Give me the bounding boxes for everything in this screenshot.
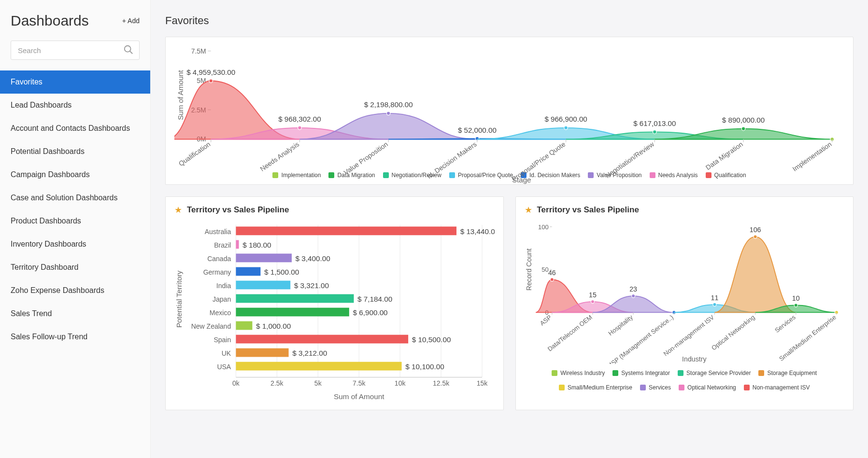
svg-text:Implementation: Implementation (791, 140, 833, 172)
svg-text:New Zealand: New Zealand (191, 322, 231, 330)
svg-text:Services: Services (773, 313, 797, 334)
add-dashboard-button[interactable]: + Add (122, 17, 140, 25)
svg-text:Spain: Spain (213, 336, 231, 344)
svg-point-12 (209, 79, 213, 83)
sidebar-nav: FavoritesLead DashboardsAccount and Cont… (0, 70, 150, 348)
svg-text:10k: 10k (395, 379, 406, 387)
svg-text:Id. Decision Makers: Id. Decision Makers (426, 140, 478, 180)
svg-text:$ 968,302.00: $ 968,302.00 (278, 115, 321, 123)
svg-text:Japan: Japan (213, 295, 231, 303)
svg-text:Sum of Amount: Sum of Amount (334, 392, 384, 401)
svg-text:Stage: Stage (512, 176, 531, 184)
svg-text:100: 100 (538, 223, 548, 231)
svg-point-32 (653, 130, 657, 134)
svg-text:$ 3,400.00: $ 3,400.00 (296, 254, 330, 263)
svg-text:Australia: Australia (205, 228, 231, 236)
sidebar-item-sales-trend[interactable]: Sales Trend (0, 302, 150, 325)
chart-industry-area: ★ Territory vs Sales Pipeline Record Cou… (515, 196, 854, 410)
sidebar-item-inventory-dashboards[interactable]: Inventory Dashboards (0, 233, 150, 256)
svg-text:Needs Analysis: Needs Analysis (258, 140, 300, 172)
sidebar-item-product-dashboards[interactable]: Product Dashboards (0, 209, 150, 233)
svg-text:7.5M: 7.5M (191, 47, 206, 55)
star-icon: ★ (525, 205, 532, 215)
svg-text:$ 13,440.00: $ 13,440.00 (460, 227, 495, 236)
svg-point-125 (794, 304, 797, 307)
chart-territory-bar-plot: Potential Territory0k2.5k5k7.5k10k12.5k1… (174, 221, 495, 404)
chart-territory-bar-header: ★ Territory vs Sales Pipeline (174, 205, 495, 215)
svg-text:$ 3,321.00: $ 3,321.00 (294, 281, 329, 290)
svg-text:$ 617,013.00: $ 617,013.00 (633, 119, 676, 127)
svg-text:$ 1,500.00: $ 1,500.00 (264, 268, 299, 276)
sidebar-item-potential-dashboards[interactable]: Potential Dashboards (0, 140, 150, 163)
search-input[interactable] (11, 41, 140, 60)
legend-item[interactable]: Small/Medium Enterprise (559, 384, 632, 391)
sidebar-header: Dashboards + Add (0, 13, 150, 38)
svg-text:Value Proposition: Value Proposition (342, 140, 389, 176)
chart-industry-area-plot: Record Count05010046ASP15Data/Telecom OE… (525, 221, 845, 366)
svg-text:$ 890,000.00: $ 890,000.00 (722, 116, 765, 124)
sidebar-item-favorites[interactable]: Favorites (0, 70, 150, 94)
svg-text:11: 11 (711, 294, 718, 302)
svg-text:$ 10,500.00: $ 10,500.00 (412, 335, 451, 344)
svg-text:10: 10 (792, 294, 799, 302)
svg-rect-60 (236, 226, 456, 235)
svg-text:MSP (Management Service..): MSP (Management Service..) (605, 314, 674, 364)
svg-point-121 (754, 235, 757, 238)
sidebar-title: Dashboards (11, 13, 89, 29)
chart-stage-amount: Sum of Amount0M2.5M5M7.5M$ 4,959,530.00Q… (165, 37, 854, 185)
svg-text:$ 180.00: $ 180.00 (242, 241, 271, 249)
svg-text:15: 15 (589, 291, 597, 299)
svg-text:Industry: Industry (682, 355, 707, 363)
svg-point-102 (550, 278, 554, 281)
chart-stage-amount-plot: Sum of Amount0M2.5M5M7.5M$ 4,959,530.00Q… (174, 45, 844, 168)
svg-text:106: 106 (749, 226, 761, 234)
svg-point-20 (386, 111, 390, 115)
sidebar-item-sales-follow-up-trend[interactable]: Sales Follow-up Trend (0, 325, 150, 348)
chart-industry-area-header: ★ Territory vs Sales Pipeline (525, 205, 845, 215)
svg-text:Data/Telecom OEM: Data/Telecom OEM (546, 314, 593, 353)
svg-text:15k: 15k (477, 379, 488, 387)
sidebar-item-zoho-expense-dashboards[interactable]: Zoho Expense Dashboards (0, 279, 150, 302)
sidebar-item-case-and-solution-dashboards[interactable]: Case and Solution Dashboards (0, 186, 150, 209)
legend-item[interactable]: Wireless Industry (552, 370, 605, 376)
svg-text:Germany: Germany (203, 268, 231, 276)
sidebar-item-territory-dashboard[interactable]: Territory Dashboard (0, 256, 150, 279)
svg-text:$ 52,000.00: $ 52,000.00 (458, 126, 497, 134)
sidebar-item-account-and-contacts-dashboards[interactable]: Account and Contacts Dashboards (0, 117, 150, 140)
svg-text:Canada: Canada (207, 255, 231, 263)
svg-text:Qualification: Qualification (177, 140, 212, 167)
legend-item[interactable]: Non-management ISV (744, 384, 810, 391)
svg-text:0k: 0k (232, 379, 240, 387)
svg-text:$ 10,100.00: $ 10,100.00 (405, 362, 444, 371)
svg-text:Hospitality: Hospitality (607, 313, 634, 337)
svg-text:Sum of Amount: Sum of Amount (176, 70, 185, 120)
legend-item[interactable]: Storage Equipment (758, 370, 817, 376)
sidebar-item-lead-dashboards[interactable]: Lead Dashboards (0, 94, 150, 117)
legend-item[interactable]: Storage Service Provider (678, 370, 751, 376)
svg-point-16 (298, 126, 302, 130)
svg-text:USA: USA (217, 363, 231, 371)
svg-rect-72 (236, 281, 290, 290)
legend-item[interactable]: Services (640, 384, 671, 391)
chart-territory-bar: ★ Territory vs Sales Pipeline Potential … (165, 196, 504, 410)
svg-text:Data Migration: Data Migration (704, 140, 744, 171)
legend-item[interactable]: Systems Integrator (612, 370, 670, 376)
chart-territory-bar-title: Territory vs Sales Pipeline (187, 205, 289, 215)
svg-text:Negotiation/Review: Negotiation/Review (604, 140, 656, 180)
svg-rect-69 (236, 267, 260, 276)
svg-text:$ 7,184.00: $ 7,184.00 (357, 295, 392, 303)
legend-item[interactable]: Optical Networking (679, 384, 736, 391)
search-icon (123, 44, 134, 57)
svg-text:12.5k: 12.5k (433, 379, 450, 387)
svg-text:$ 3,212.00: $ 3,212.00 (292, 349, 327, 357)
svg-point-106 (591, 300, 594, 304)
sidebar-item-campaign-dashboards[interactable]: Campaign Dashboards (0, 163, 150, 186)
svg-rect-90 (236, 362, 401, 371)
chart-industry-area-legend: Wireless IndustrySystems IntegratorStora… (525, 370, 845, 391)
page-title: Favorites (165, 14, 854, 27)
svg-text:7.5k: 7.5k (353, 379, 366, 387)
svg-rect-63 (236, 240, 239, 249)
svg-text:$ 966,900.00: $ 966,900.00 (544, 115, 587, 123)
svg-point-36 (741, 127, 745, 131)
svg-line-1 (130, 51, 133, 54)
